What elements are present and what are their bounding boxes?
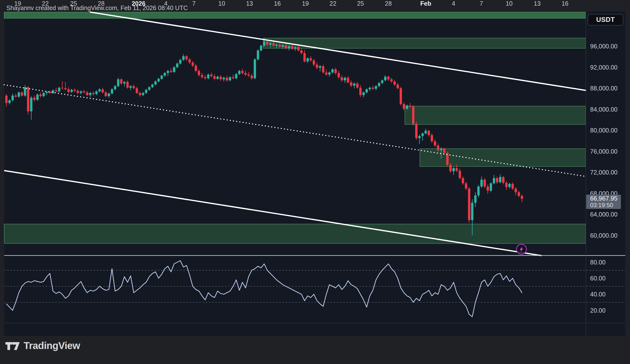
candle-body [340,77,343,80]
candle-body [213,76,216,79]
candle-body [288,46,290,48]
candle-body [387,77,390,79]
candle-body [74,90,76,91]
candle-body [306,58,308,61]
candle-body [269,43,272,44]
supply-demand-zone[interactable] [4,12,586,18]
candle-body [104,92,107,96]
candle-body [462,178,464,183]
candle-body [126,82,128,88]
candle-body [154,81,156,85]
time-tick-label: 7 [480,0,483,7]
candle-body [220,77,222,79]
candle-body [160,76,163,79]
candle-body [514,188,517,192]
candle-body [356,84,358,88]
candle-body [192,62,194,66]
tradingview-logo[interactable]: TradingView [6,340,80,351]
candle-body [499,177,501,182]
candle-body [486,186,489,191]
candle-body [325,72,327,75]
candle-body [70,90,72,92]
price-tick-label: 72,000.00 [590,169,618,176]
candle-body [484,180,486,186]
supply-demand-zone[interactable] [4,224,586,244]
candle-body [278,45,281,47]
time-tick-label: 16 [562,0,568,7]
candle-body [372,88,374,89]
candle-body [313,60,315,65]
time-tick-label: 7 [192,0,196,7]
candle-body [223,78,225,79]
candle-body [496,178,498,182]
candle-body [294,47,296,49]
price-tick-label: 64,000.00 [590,211,618,218]
candle-body [322,66,324,72]
candle-body [319,66,321,68]
candle-body [148,87,150,90]
candle-body [276,45,278,46]
candle-body [86,92,88,95]
rsi-tick-label: 40.00 [590,291,606,298]
candle-body [291,46,293,49]
tradingview-logo-text: TradingView [24,340,80,351]
time-tick-label: 10 [506,0,512,7]
time-tick-label: 22 [330,0,336,7]
time-tick-label: Feb [420,0,431,7]
candle-body [480,180,482,186]
candle-body [204,77,206,78]
candle-body [412,107,414,124]
candle-body [176,64,178,67]
chart-canvas[interactable] [0,0,630,364]
candle-body [390,79,392,82]
time-tick-label: 19 [14,0,21,7]
candle-body [381,80,383,83]
candle-body [468,188,470,220]
time-tick-label: 13 [534,0,541,7]
candle-body [456,168,458,171]
time-tick-label: 19 [302,0,309,7]
time-tick-label: 16 [274,0,281,7]
candle-body [68,89,70,92]
candle-body [114,86,116,89]
candle-body [80,91,82,93]
supply-demand-zone[interactable] [405,106,586,125]
candle-body [164,73,166,76]
candle-body [434,141,436,146]
candle-body [250,76,253,78]
candle-body [266,41,268,45]
candle-body [248,74,250,75]
candle-body [282,45,284,47]
candle-body [502,177,504,183]
candle-body [400,88,402,104]
candle-body [300,50,302,53]
candle-body [310,58,312,60]
candle-body [415,124,418,138]
candle-body [263,41,265,46]
candle-body [27,87,29,111]
candle-body [493,178,495,183]
candle-body [130,86,132,87]
candle-body [167,71,169,73]
candle-body [378,83,380,86]
candle-body [465,183,467,188]
time-tick-label: 10 [218,0,225,7]
candle-body [331,69,334,72]
time-tick-label: 28 [98,0,104,7]
candle-body [229,77,231,80]
bar-countdown: 03:19:50 [590,202,621,208]
time-tick-label: 2026 [132,0,146,7]
candle-body [316,65,318,68]
candle-body [173,67,175,72]
candle-body [353,84,355,86]
candle-body [207,74,210,78]
candle-body [369,88,371,89]
price-tick-label: 88,000.00 [590,85,618,92]
candle-body [55,90,57,91]
candle-body [490,183,492,191]
candle-body [449,165,452,171]
candle-body [272,43,275,46]
candle-body [443,149,446,153]
candle-body [92,93,94,94]
candle-body [185,56,188,59]
